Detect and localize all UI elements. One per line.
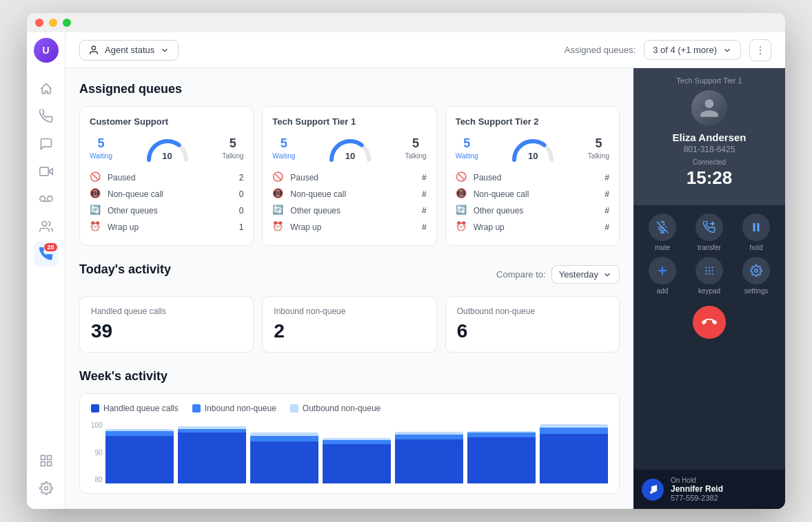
waiting-count: 5 bbox=[463, 136, 470, 151]
add-button[interactable]: add bbox=[642, 257, 683, 295]
transfer-label: transfer bbox=[698, 244, 721, 251]
talking-side: 5 Talking bbox=[222, 136, 243, 160]
sidebar-item-calls[interactable]: 28 bbox=[34, 242, 59, 267]
wrapup-icon: ⏰ bbox=[272, 221, 285, 233]
gauge-center-num: 10 bbox=[162, 151, 172, 161]
legend-dot-outbound bbox=[290, 404, 298, 413]
caller-avatar bbox=[691, 90, 727, 126]
maximize-button[interactable] bbox=[63, 19, 71, 27]
transfer-icon bbox=[696, 213, 723, 241]
svg-rect-8 bbox=[41, 462, 45, 466]
svg-rect-1 bbox=[39, 167, 48, 176]
y-axis: 100 90 80 bbox=[91, 421, 105, 483]
svg-point-31 bbox=[711, 273, 713, 274]
svg-point-24 bbox=[709, 267, 710, 268]
talking-count: 5 bbox=[595, 136, 602, 151]
activity-card-outbound: Outbound non-queue 6 bbox=[445, 296, 620, 353]
call-status: Connected bbox=[642, 158, 777, 166]
on-hold-bar[interactable]: On Hold Jennifer Reid 577-559-2382 bbox=[633, 470, 785, 509]
stat-paused: 🚫 Paused # bbox=[272, 169, 426, 186]
on-hold-info: On Hold Jennifer Reid 577-559-2382 bbox=[671, 477, 777, 502]
keypad-button[interactable]: keypad bbox=[689, 257, 730, 295]
avatar[interactable]: U bbox=[34, 38, 59, 63]
waiting-label: Waiting bbox=[90, 152, 112, 160]
end-call-button[interactable] bbox=[693, 306, 726, 339]
svg-point-28 bbox=[711, 270, 713, 271]
paused-icon: 🚫 bbox=[456, 171, 468, 184]
queues-dropdown[interactable]: 3 of 4 (+1 more) bbox=[644, 40, 741, 60]
sidebar-item-home[interactable] bbox=[34, 76, 59, 101]
compare-row: Compare to: Yesterday bbox=[496, 265, 620, 284]
waiting-count: 5 bbox=[97, 136, 104, 151]
sidebar-item-video[interactable] bbox=[34, 159, 59, 184]
stat-nonqueue: 📵 Non-queue call # bbox=[456, 186, 609, 202]
bar-chart bbox=[105, 421, 608, 483]
bar-group bbox=[250, 432, 318, 483]
content-left: Assigned queues Customer Support 5 Waiti… bbox=[65, 68, 633, 509]
stat-nonqueue: 📵 Non-queue call 0 bbox=[90, 186, 243, 202]
right-panel: Tech Support Tier 1 Eliza Andersen 801-3… bbox=[633, 68, 785, 509]
queue-card-tech-tier1: Tech Support Tier 1 5 Waiting bbox=[262, 106, 436, 246]
queue-cards-container: Customer Support 5 Waiting bbox=[79, 106, 620, 246]
add-label: add bbox=[657, 287, 669, 295]
hold-button[interactable]: hold bbox=[735, 213, 777, 251]
sidebar-item-contacts[interactable] bbox=[34, 214, 59, 239]
svg-point-2 bbox=[39, 196, 45, 202]
stat-wrapup: ⏰ Wrap up # bbox=[456, 219, 609, 236]
call-settings-button[interactable]: settings bbox=[735, 257, 777, 295]
gauge-center: 10 bbox=[143, 134, 192, 163]
call-timer: 15:28 bbox=[642, 167, 777, 189]
activity-card-value: 39 bbox=[91, 320, 242, 342]
assigned-queues-label: Assigned queues: bbox=[565, 45, 636, 55]
calls-badge: 28 bbox=[44, 243, 57, 251]
paused-icon: 🚫 bbox=[272, 171, 285, 184]
svg-point-14 bbox=[760, 52, 761, 54]
close-button[interactable] bbox=[35, 19, 43, 27]
titlebar bbox=[27, 13, 785, 32]
svg-point-10 bbox=[44, 487, 48, 490]
chart-area: 100 90 80 bbox=[91, 421, 608, 483]
queue-stats: 🚫 Paused # 📵 Non-queue call # 🔄 bbox=[456, 169, 609, 236]
activity-card-handled: Handled queue calls 39 bbox=[79, 296, 254, 353]
sidebar-item-phone[interactable] bbox=[34, 104, 59, 129]
legend-outbound: Outbound non-queue bbox=[290, 404, 380, 413]
content-area: Assigned queues Customer Support 5 Waiti… bbox=[65, 68, 785, 509]
legend-dot-inbound bbox=[192, 404, 201, 413]
activity-cards-container: Handled queue calls 39 Inbound non-queue… bbox=[79, 296, 620, 353]
nonqueue-icon: 📵 bbox=[456, 188, 468, 200]
agent-status-button[interactable]: Agent status bbox=[79, 40, 179, 61]
compare-dropdown[interactable]: Yesterday bbox=[551, 265, 620, 284]
paused-icon: 🚫 bbox=[90, 171, 102, 184]
activity-card-inbound: Inbound non-queue 2 bbox=[262, 296, 436, 353]
stat-otherqueue: 🔄 Other queues # bbox=[272, 202, 426, 219]
on-hold-phone: 577-559-2382 bbox=[671, 494, 777, 502]
talking-count: 5 bbox=[412, 136, 419, 151]
assigned-queues-title: Assigned queues bbox=[79, 82, 620, 96]
on-hold-name: Jennifer Reid bbox=[671, 484, 777, 494]
main-area: Agent status Assigned queues: 3 of 4 (+1… bbox=[65, 13, 785, 509]
minimize-button[interactable] bbox=[49, 19, 57, 27]
gauge-center-num: 10 bbox=[345, 151, 355, 161]
sidebar-item-apps[interactable] bbox=[34, 448, 59, 473]
svg-point-23 bbox=[705, 267, 707, 268]
sidebar-item-voicemail[interactable] bbox=[34, 187, 59, 211]
on-hold-label: On Hold bbox=[671, 477, 777, 484]
otherqueue-icon: 🔄 bbox=[456, 205, 468, 217]
bar-group bbox=[323, 438, 391, 483]
wrapup-icon: ⏰ bbox=[90, 221, 102, 233]
sidebar-item-chat[interactable] bbox=[34, 132, 59, 156]
sidebar-item-settings[interactable] bbox=[34, 476, 59, 501]
transfer-button[interactable]: transfer bbox=[689, 213, 730, 251]
caller-header: Tech Support Tier 1 Eliza Andersen 801-3… bbox=[633, 68, 785, 205]
svg-point-3 bbox=[47, 196, 52, 202]
topbar: Agent status Assigned queues: 3 of 4 (+1… bbox=[65, 32, 785, 68]
chart-legend: Handled queue calls Inbound non-queue Ou… bbox=[91, 404, 608, 413]
gauge-center-num: 10 bbox=[528, 151, 538, 161]
app-window: U 28 bbox=[27, 13, 785, 509]
more-options-button[interactable] bbox=[749, 39, 771, 61]
talking-side: 5 Talking bbox=[405, 136, 427, 160]
mute-button[interactable]: mute bbox=[642, 213, 683, 251]
waiting-count: 5 bbox=[281, 136, 287, 151]
svg-rect-6 bbox=[41, 456, 45, 460]
gauge-center: 10 bbox=[509, 134, 557, 163]
